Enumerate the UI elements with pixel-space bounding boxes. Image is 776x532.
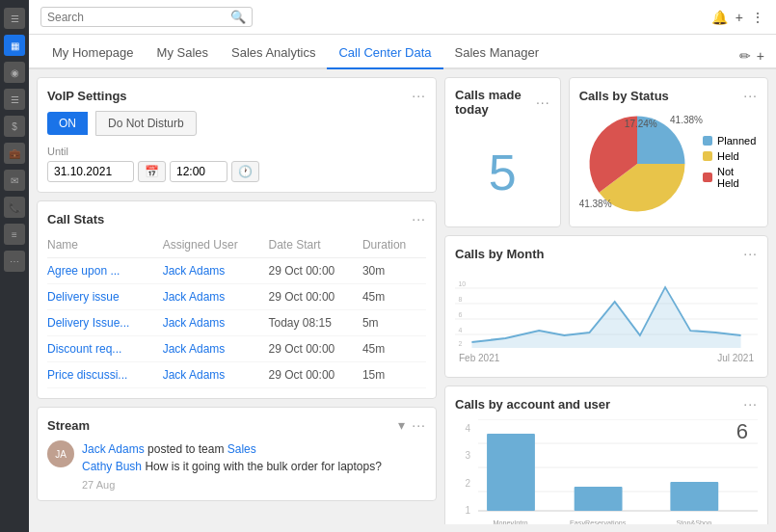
voip-calendar-icon[interactable]: 📅: [138, 161, 166, 182]
table-row: Discount req... Jack Adams 29 Oct 00:00 …: [47, 336, 426, 362]
line-chart-x-labels: Feb 2021 Jul 2021: [455, 353, 758, 363]
voip-date-input[interactable]: [47, 161, 134, 182]
voip-title: VoIP Settings: [47, 89, 127, 103]
call-name-link-4[interactable]: Price discussi...: [47, 368, 127, 382]
sidebar-phone-icon[interactable]: 📞: [4, 197, 25, 218]
account-bars-area: MoneyIntro EasyReservations Stop&Shop: [478, 419, 758, 524]
bell-icon[interactable]: 🔔: [711, 10, 728, 25]
pie-label-held: 41.38%: [579, 199, 612, 209]
account-bars-svg: MoneyIntro EasyReservations Stop&Shop: [478, 419, 758, 524]
call-date-3: 29 Oct 00:00: [269, 336, 362, 362]
tab-my-sales[interactable]: My Sales: [146, 38, 220, 69]
call-name-link-2[interactable]: Delivery Issue...: [47, 316, 129, 330]
call-duration-0: 30m: [362, 258, 426, 284]
sidebar-list-icon[interactable]: ☰: [4, 89, 25, 110]
calls-today-card: Calls made today ··· 5: [444, 77, 561, 227]
voip-on-button[interactable]: ON: [47, 112, 88, 135]
table-row: Delivery Issue... Jack Adams Today 08:15…: [47, 310, 426, 336]
calls-month-chart: 10 8 6 4 2 Feb 2021 Jul 2021: [455, 269, 758, 367]
voip-clock-icon[interactable]: 🕐: [231, 161, 259, 182]
call-user-link-0[interactable]: Jack Adams: [163, 264, 226, 278]
stream-user-link[interactable]: Jack Adams: [82, 442, 145, 456]
top-right-row: Calls made today ··· 5 Calls by Status ·…: [444, 77, 768, 227]
call-duration-2: 5m: [362, 310, 426, 336]
voip-time-input[interactable]: [170, 161, 227, 182]
calls-month-menu-btn[interactable]: ···: [743, 246, 758, 261]
voip-dnd-button[interactable]: Do Not Disturb: [95, 111, 197, 136]
stream-bulk-text: How is it going with the bulk order for …: [145, 460, 381, 473]
x-label-feb: Feb 2021: [459, 353, 499, 363]
add-icon[interactable]: +: [736, 10, 743, 25]
call-name-link-3[interactable]: Discount req...: [47, 342, 121, 356]
legend-held-label: Held: [717, 150, 739, 162]
sidebar-lines-icon[interactable]: ≡: [4, 224, 25, 245]
calls-status-header: Calls by Status ···: [579, 88, 758, 103]
left-column: VoIP Settings ··· ON Do Not Disturb Unti…: [37, 77, 437, 524]
stream-date: 27 Aug: [82, 479, 382, 491]
stream-team-link[interactable]: Sales: [227, 442, 256, 456]
calls-status-menu-btn[interactable]: ···: [743, 88, 758, 103]
add-nav-icon[interactable]: +: [757, 48, 764, 64]
tab-call-center-data[interactable]: Call Center Data: [327, 38, 442, 69]
calls-account-menu-btn[interactable]: ···: [743, 396, 758, 412]
calls-account-chart: 6 4 3 2 1: [455, 419, 758, 524]
stream-menu-btn[interactable]: ···: [412, 417, 426, 433]
stream-message-text: Cathy Bush How is it going with the bulk…: [82, 458, 382, 475]
sidebar-menu-icon[interactable]: ☰: [4, 8, 25, 29]
pie-label-planned: 41.38%: [670, 115, 703, 125]
tab-sales-analytics[interactable]: Sales Analytics: [220, 38, 327, 69]
search-input[interactable]: [47, 11, 230, 24]
legend-planned-label: Planned: [717, 135, 756, 146]
edit-nav-icon[interactable]: ✏: [739, 48, 751, 64]
stream-avatar: JA: [47, 440, 74, 467]
nav-edit-actions: ✏ +: [739, 48, 764, 67]
main-area: 🔍 🔔 + ⋮ My Homepage My Sales Sales Analy…: [29, 0, 776, 532]
calls-status-title: Calls by Status: [579, 89, 669, 103]
pie-chart: 41.38% 41.38% 17.24%: [579, 111, 703, 217]
sidebar-briefcase-icon[interactable]: 💼: [4, 143, 25, 164]
bar-label-easy: EasyReservations: [570, 519, 627, 524]
call-user-link-1[interactable]: Jack Adams: [163, 290, 226, 304]
search-icon: 🔍: [230, 10, 246, 24]
sidebar-home-icon[interactable]: ▦: [4, 35, 25, 56]
sidebar-more-icon[interactable]: ⋯: [4, 251, 25, 272]
calls-today-count: 5: [455, 124, 550, 211]
sidebar-dollar-icon[interactable]: $: [4, 116, 25, 137]
voip-header: VoIP Settings ···: [47, 88, 426, 103]
search-box[interactable]: 🔍: [40, 7, 253, 27]
x-label-jul: Jul 2021: [717, 353, 754, 363]
voip-menu-btn[interactable]: ···: [412, 88, 426, 103]
stream-body: JA Jack Adams posted to team Sales Cathy…: [47, 440, 426, 491]
call-user-link-2[interactable]: Jack Adams: [163, 316, 226, 330]
topbar: 🔍 🔔 + ⋮: [29, 0, 776, 35]
stream-expand-icon[interactable]: ▾: [398, 417, 406, 433]
call-user-link-4[interactable]: Jack Adams: [163, 368, 226, 382]
call-stats-title: Call Stats: [47, 212, 104, 226]
y-label-1: 1: [455, 505, 470, 516]
calls-today-title: Calls made today: [455, 88, 536, 117]
svg-text:6: 6: [458, 310, 462, 320]
call-name-link-1[interactable]: Delivery issue: [47, 290, 120, 304]
stream-author-link[interactable]: Cathy Bush: [82, 460, 142, 473]
calls-today-menu-btn[interactable]: ···: [536, 94, 550, 110]
more-icon[interactable]: ⋮: [751, 10, 764, 25]
call-date-4: 29 Oct 00:00: [269, 362, 362, 388]
call-stats-menu-btn[interactable]: ···: [412, 211, 426, 226]
call-duration-4: 15m: [362, 362, 426, 388]
table-row: Delivery issue Jack Adams 29 Oct 00:00 4…: [47, 284, 426, 310]
call-user-link-3[interactable]: Jack Adams: [163, 342, 226, 356]
sidebar-mail-icon[interactable]: ✉: [4, 170, 25, 191]
tab-my-homepage[interactable]: My Homepage: [40, 38, 146, 69]
call-stats-table: Name Assigned User Date Start Duration A…: [47, 234, 426, 388]
y-label-3: 3: [455, 450, 470, 461]
calls-today-header: Calls made today ···: [455, 88, 550, 117]
call-name-link-0[interactable]: Agree upon ...: [47, 264, 120, 278]
calls-month-header: Calls by Month ···: [455, 246, 758, 261]
calls-status-pie-container: 41.38% 41.38% 17.24% Planned Held: [579, 111, 758, 217]
sidebar-circle-icon[interactable]: ◉: [4, 62, 25, 83]
call-date-2: Today 08:15: [269, 310, 362, 336]
legend-held: Held: [703, 150, 758, 162]
call-date-1: 29 Oct 00:00: [269, 284, 362, 310]
tab-sales-manager[interactable]: Sales Manager: [443, 38, 550, 69]
call-date-0: 29 Oct 00:00: [269, 258, 362, 284]
